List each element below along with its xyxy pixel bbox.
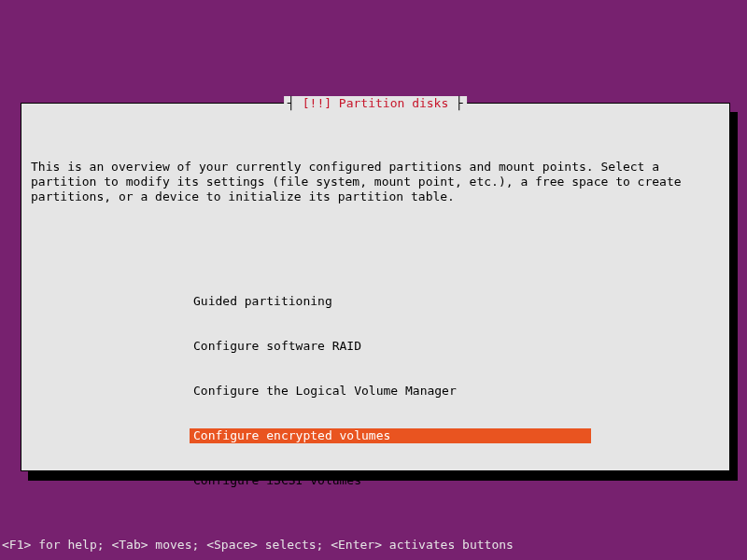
title-alert: [!!] [303,96,339,110]
menu-configure-lvm[interactable]: Configure the Logical Volume Manager [190,384,460,399]
title-bracket-open: ┤ [288,96,303,110]
partition-dialog: ┤ [!!] Partition disks ├ This is an over… [21,103,730,471]
title-bracket-close: ├ [448,96,463,110]
dialog-intro: This is an overview of your currently co… [31,160,720,204]
config-menu: Guided partitioning Configure software R… [190,264,720,518]
menu-configure-encrypted[interactable]: Configure encrypted volumes [190,428,591,443]
menu-guided-partitioning[interactable]: Guided partitioning [190,294,336,309]
menu-configure-raid[interactable]: Configure software RAID [190,339,365,354]
dialog-body: This is an overview of your currently co… [21,104,729,560]
title-text: Partition disks [339,96,448,110]
dialog-title: ┤ [!!] Partition disks ├ [284,96,467,111]
help-bar: <F1> for help; <Tab> moves; <Space> sele… [0,534,747,556]
menu-configure-iscsi[interactable]: Configure iSCSI volumes [190,473,365,488]
